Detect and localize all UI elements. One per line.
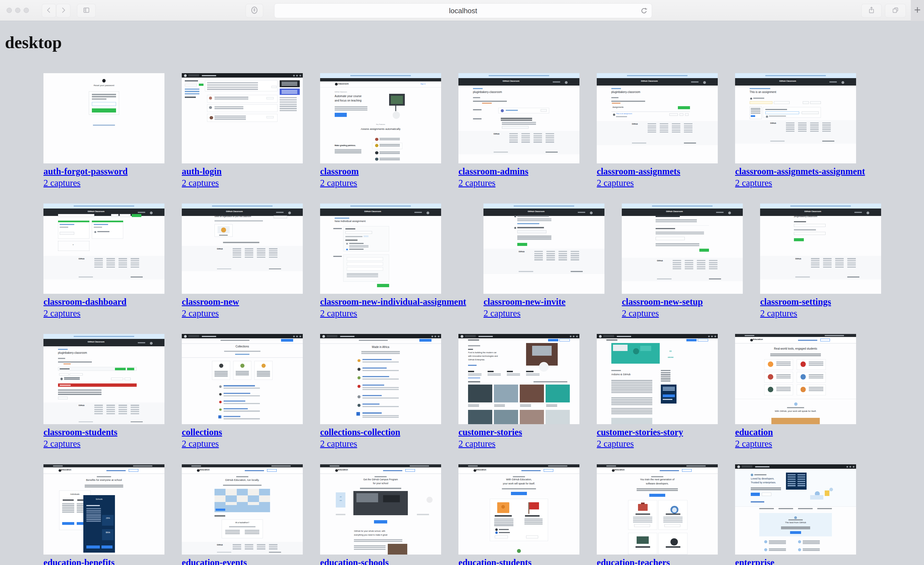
password-manager-extension-button[interactable] bbox=[246, 4, 263, 18]
item-title-link[interactable]: classroom-new-setup bbox=[622, 296, 703, 307]
item-thumbnail[interactable]: EducationYou train the next generation o… bbox=[597, 464, 718, 554]
item-thumbnail[interactable] bbox=[182, 73, 303, 164]
thumb-text: $50k bbox=[106, 532, 110, 533]
item-captures-link[interactable]: 2 captures bbox=[458, 178, 495, 188]
traffic-light-minimize-button[interactable] bbox=[15, 8, 20, 13]
forward-button[interactable] bbox=[56, 4, 70, 18]
item-thumbnail[interactable]: Collections bbox=[182, 334, 303, 424]
item-title-link[interactable]: auth-forgot-password bbox=[44, 166, 128, 177]
reload-button[interactable] bbox=[640, 7, 648, 16]
thumb-dot bbox=[209, 96, 212, 99]
item-thumbnail[interactable]: EducationGitHub Education, run locally.A… bbox=[182, 464, 303, 554]
item-captures-link[interactable]: 2 captures bbox=[320, 308, 357, 319]
item-thumbnail[interactable]: Reset your password bbox=[44, 73, 165, 164]
item-captures-link[interactable]: 2 captures bbox=[458, 439, 495, 449]
traffic-light-close-button[interactable] bbox=[7, 8, 12, 13]
item-title-link[interactable]: classroom-students bbox=[44, 427, 117, 437]
thumb-text-line bbox=[106, 407, 115, 408]
item-title-link[interactable]: classroom-new bbox=[182, 296, 239, 307]
thumb-text-line bbox=[685, 268, 693, 269]
item-thumbnail[interactable]: EducationGet the GitHub Campus Programfo… bbox=[320, 464, 441, 554]
thumb-text-line bbox=[232, 544, 241, 545]
item-title-link[interactable]: classroom-new-invite bbox=[483, 296, 566, 307]
item-captures-link[interactable]: 2 captures bbox=[735, 178, 772, 188]
item-title-link[interactable]: customer-stories-story bbox=[597, 427, 683, 437]
item-title-link[interactable]: collections bbox=[182, 427, 222, 437]
item-captures-link[interactable]: 2 captures bbox=[44, 178, 81, 188]
item-title-link[interactable]: classroom-assignmets-assignment bbox=[735, 166, 865, 177]
item-title-link[interactable]: classroom-assignmets bbox=[597, 166, 680, 177]
item-captures-link[interactable]: 2 captures bbox=[182, 178, 219, 188]
item-thumbnail[interactable]: ClassroomSign inGitHub ClassroomAutomate… bbox=[320, 73, 441, 164]
item-thumbnail[interactable]: GitHub Classroompluginbakery-classroomGi… bbox=[760, 204, 881, 294]
item-thumbnail[interactable]: GitHub ClassroomGitHub bbox=[622, 204, 743, 294]
thumb-text-line bbox=[224, 403, 260, 404]
sidebar-toggle-button[interactable] bbox=[77, 4, 96, 18]
item-thumbnail[interactable]: GitHub ClassroomSelect an organization f… bbox=[182, 204, 303, 294]
thumb-text-line bbox=[245, 548, 253, 549]
back-button[interactable] bbox=[42, 4, 56, 18]
item-title-link[interactable]: classroom-admins bbox=[458, 166, 528, 177]
thumb-text-line bbox=[347, 275, 378, 276]
thumb-rect bbox=[182, 246, 303, 271]
item-thumbnail[interactable]: GitHub ClassroomNew individual assignmen… bbox=[320, 204, 441, 294]
item-captures-link[interactable]: 2 captures bbox=[760, 308, 797, 319]
url-field[interactable]: localhost bbox=[274, 3, 652, 18]
thumb-text-line bbox=[798, 481, 806, 482]
item-thumbnail[interactable]: EducationReal-world tools, engaged stude… bbox=[735, 334, 856, 424]
item-captures-link[interactable]: 2 captures bbox=[735, 439, 772, 449]
item-thumbnail[interactable]: GitHub Classroompluginbakery-classroomGi… bbox=[458, 73, 579, 164]
tab-overview-button[interactable] bbox=[885, 4, 906, 18]
thumb-text: You train the next generation of bbox=[640, 478, 675, 481]
item-thumbnail[interactable]: GitHub Classroompluginbakery-classroomGi… bbox=[44, 334, 165, 424]
thumb-rect bbox=[217, 269, 231, 270]
thumb-rect bbox=[320, 343, 441, 344]
item-title-link[interactable]: education-benefits bbox=[44, 557, 115, 565]
thumb-text-line bbox=[363, 404, 380, 405]
item-captures-link[interactable]: 2 captures bbox=[597, 178, 634, 188]
thumb-rect bbox=[678, 106, 690, 109]
thumb-rect bbox=[663, 394, 675, 397]
item-title-link[interactable]: auth-login bbox=[182, 166, 222, 177]
item-title-link[interactable]: classroom-dashboard bbox=[44, 296, 126, 307]
item-title-link[interactable]: collections-collection bbox=[320, 427, 400, 437]
item-captures-link[interactable]: 2 captures bbox=[622, 308, 659, 319]
item-thumbnail[interactable]: GitHub ClassroomGitHub bbox=[483, 204, 604, 294]
thumb-text-line bbox=[118, 262, 127, 263]
item-captures-link[interactable]: 2 captures bbox=[320, 439, 357, 449]
share-button[interactable] bbox=[861, 4, 882, 18]
new-tab-button[interactable] bbox=[911, 0, 924, 21]
item-thumbnail[interactable]: Ford is building the modern carwith inno… bbox=[458, 334, 579, 424]
item-title-link[interactable]: education-schools bbox=[320, 557, 388, 565]
item-captures-link[interactable]: 2 captures bbox=[182, 308, 219, 319]
thumb-rect bbox=[216, 509, 225, 511]
item-thumbnail[interactable]: GitHub Classroom+GitHub bbox=[44, 204, 165, 294]
item-title-link[interactable]: enterprise bbox=[735, 557, 774, 565]
item-thumbnail[interactable]: GitHub ClassroomThis is an assignmentGit… bbox=[735, 73, 856, 164]
item-captures-link[interactable]: 2 captures bbox=[320, 178, 357, 188]
item-title-link[interactable]: education-events bbox=[182, 557, 247, 565]
item-captures-link[interactable]: 2 captures bbox=[483, 308, 520, 319]
item-thumbnail[interactable]: ∞ARDUINOArduino & GitHub bbox=[597, 334, 718, 424]
item-thumbnail[interactable]: GitHub Classroompluginbakery-classroomAs… bbox=[597, 73, 718, 164]
item-captures-link[interactable]: 2 captures bbox=[597, 439, 634, 449]
item-title-link[interactable]: education-teachers bbox=[597, 557, 670, 565]
traffic-light-zoom-button[interactable] bbox=[24, 8, 29, 13]
thumb-text-line bbox=[798, 508, 813, 509]
thumb-text: Education bbox=[338, 469, 348, 471]
item-thumbnail[interactable]: Loved by developers.Trusted by enterpris… bbox=[735, 464, 856, 554]
item-title-link[interactable]: education bbox=[735, 427, 773, 437]
item-title-link[interactable]: classroom-settings bbox=[760, 296, 831, 307]
item-title-link[interactable]: education-students bbox=[458, 557, 532, 565]
item-title-link[interactable]: classroom bbox=[320, 166, 359, 177]
item-thumbnail[interactable]: Made in Africa bbox=[320, 334, 441, 424]
thumb-rect bbox=[597, 121, 718, 146]
item-captures-link[interactable]: 2 captures bbox=[44, 439, 81, 449]
item-captures-link[interactable]: 2 captures bbox=[182, 439, 219, 449]
item-thumbnail[interactable]: EducationWith GitHub Education,your work… bbox=[458, 464, 579, 554]
item-captures-link[interactable]: 2 captures bbox=[44, 308, 81, 319]
thumb-text-line bbox=[663, 517, 682, 518]
item-title-link[interactable]: customer-stories bbox=[458, 427, 522, 437]
item-title-link[interactable]: classroom-new-individual-assignment bbox=[320, 296, 466, 307]
item-thumbnail[interactable]: EducationBenefits for everyone at school… bbox=[44, 464, 165, 554]
